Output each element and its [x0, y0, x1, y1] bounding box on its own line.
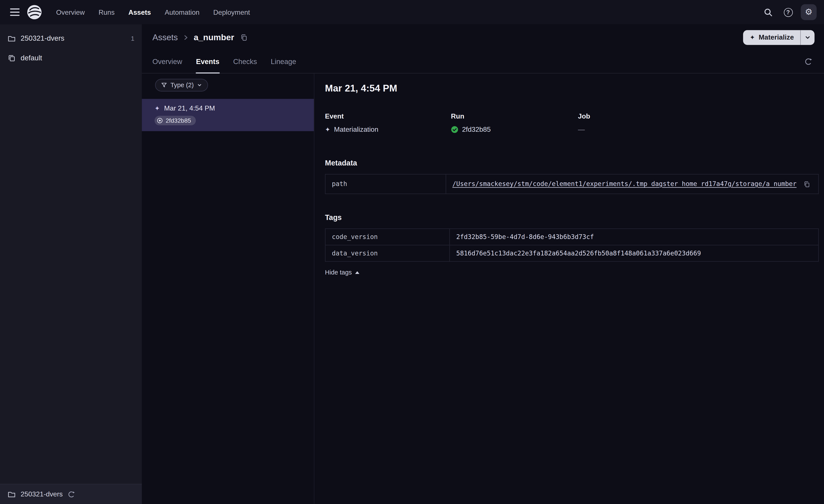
materialize-button-group: ✦ Materialize: [743, 30, 815, 44]
field-label: Run: [451, 112, 578, 120]
event-item-timestamp-row: ✦ Mar 21, 4:54 PM: [154, 104, 307, 112]
copy-asset-name-button[interactable]: [239, 32, 249, 43]
tab-lineage[interactable]: Lineage: [271, 50, 296, 73]
sidebar-footer[interactable]: 250321-dvers: [0, 484, 142, 504]
main-nav: Overview Runs Assets Automation Deployme…: [56, 8, 250, 16]
sidebar-footer-label: 250321-dvers: [21, 490, 63, 498]
dagster-logo-icon: [26, 4, 42, 20]
copy-icon: [240, 33, 248, 41]
page-header: Assets a_number ✦ Materi: [142, 24, 824, 50]
settings-button[interactable]: ⚙: [801, 4, 817, 20]
refresh-icon: [804, 57, 812, 66]
metadata-table: path /Users/smackesey/stm/code/element1/…: [325, 174, 819, 194]
sidebar-item-label: 250321-dvers: [21, 34, 64, 42]
table-row: code_version 2fd32b85-59be-4d7d-8d6e-943…: [325, 229, 818, 245]
field-event: Event ✦ Materialization: [325, 112, 451, 133]
chevron-down-icon: [197, 83, 202, 88]
search-button[interactable]: [760, 5, 775, 19]
run-id-text: 2fd32b85: [166, 117, 191, 124]
topnav-actions: ? ⚙: [760, 4, 817, 20]
asset-count-badge: 1: [131, 35, 134, 42]
metadata-heading: Metadata: [325, 158, 819, 167]
tag-key: data_version: [325, 245, 449, 261]
table-row: data_version 5816d76e51c13dac22e3fa182a6…: [325, 245, 818, 261]
filter-label: Type (2): [171, 81, 194, 89]
nav-automation[interactable]: Automation: [165, 8, 200, 16]
field-value: —: [578, 125, 819, 133]
materialization-icon: ✦: [154, 105, 160, 111]
filter-icon: [161, 82, 167, 88]
tags-heading: Tags: [325, 213, 819, 222]
tag-key: code_version: [325, 229, 449, 245]
refresh-button[interactable]: [801, 54, 816, 69]
field-job: Job —: [578, 112, 819, 133]
breadcrumb: Assets a_number: [152, 32, 249, 43]
asset-group-icon: [7, 54, 16, 62]
main-panel: Assets a_number ✦ Materi: [142, 24, 824, 504]
copy-path-button[interactable]: [801, 179, 812, 189]
folder-icon: [7, 34, 16, 43]
hamburger-icon: [10, 8, 19, 16]
chevron-down-icon: [805, 34, 811, 40]
field-label: Job: [578, 112, 819, 120]
tabs-bar: Overview Events Checks Lineage: [142, 50, 824, 74]
hide-tags-label: Hide tags: [325, 269, 352, 276]
nav-overview[interactable]: Overview: [56, 8, 85, 16]
run-link[interactable]: 2fd32b85: [462, 125, 491, 133]
event-detail-panel: Mar 21, 4:54 PM Event ✦ Materialization …: [314, 74, 824, 504]
sync-icon: [68, 490, 75, 498]
event-summary-fields: Event ✦ Materialization Run: [325, 112, 819, 133]
tab-overview[interactable]: Overview: [152, 50, 182, 73]
caret-up-icon: [355, 271, 359, 274]
run-status-icon: [157, 117, 163, 124]
tab-events[interactable]: Events: [196, 50, 219, 73]
page-title: a_number: [194, 32, 234, 42]
event-title: Mar 21, 4:54 PM: [325, 83, 819, 94]
table-row: path /Users/smackesey/stm/code/element1/…: [325, 174, 818, 194]
event-type-text: Materialization: [334, 125, 379, 133]
breadcrumb-assets-link[interactable]: Assets: [152, 32, 178, 42]
event-timestamp: Mar 21, 4:54 PM: [164, 104, 215, 112]
sidebar-item-code-location[interactable]: 250321-dvers 1: [0, 28, 142, 48]
field-value: 2fd32b85: [451, 125, 578, 133]
hide-tags-toggle[interactable]: Hide tags: [325, 269, 359, 276]
tab-checks[interactable]: Checks: [233, 50, 257, 73]
tag-value: 2fd32b85-59be-4d7d-8d6e-943b6b3d73cf: [450, 229, 819, 245]
materialize-button[interactable]: ✦ Materialize: [743, 30, 800, 44]
materialization-icon: ✦: [325, 126, 330, 132]
events-list-panel: Type (2) ✦ Mar 21, 4:54 PM: [142, 74, 314, 504]
sidebar-item-label: default: [21, 54, 42, 62]
chevron-right-icon: [183, 34, 189, 40]
content-area: Type (2) ✦ Mar 21, 4:54 PM: [142, 74, 824, 504]
metadata-path-link[interactable]: /Users/smackesey/stm/code/element1/exper…: [452, 180, 797, 188]
hamburger-menu-button[interactable]: [7, 5, 22, 19]
nav-deployment[interactable]: Deployment: [213, 8, 250, 16]
help-button[interactable]: ?: [781, 5, 796, 19]
field-run: Run 2fd32b85: [451, 112, 578, 133]
tag-value: 5816d76e51c13dac22e3fa182a654aa2d526fb50…: [450, 245, 819, 261]
job-value-text: —: [578, 125, 585, 133]
event-list-item[interactable]: ✦ Mar 21, 4:54 PM 2fd32b85: [142, 99, 314, 131]
materialize-label: Materialize: [758, 33, 794, 41]
type-filter-chip[interactable]: Type (2): [155, 79, 208, 92]
gear-icon: ⚙: [805, 8, 813, 16]
nav-runs[interactable]: Runs: [99, 8, 114, 16]
copy-icon: [803, 180, 810, 187]
sidebar-item-default-group[interactable]: default: [0, 48, 142, 68]
top-navigation: Overview Runs Assets Automation Deployme…: [0, 0, 824, 24]
materialize-icon: ✦: [750, 34, 755, 40]
metadata-key: path: [325, 174, 446, 194]
sidebar: 250321-dvers 1 default 250321-dvers: [0, 24, 142, 504]
search-icon: [763, 8, 772, 17]
field-value: ✦ Materialization: [325, 125, 451, 133]
success-check-icon: [451, 126, 458, 133]
field-label: Event: [325, 112, 451, 120]
nav-assets[interactable]: Assets: [128, 8, 151, 16]
folder-icon: [7, 490, 16, 498]
help-icon: ?: [784, 8, 793, 17]
run-id-pill: 2fd32b85: [154, 116, 196, 125]
dagster-logo[interactable]: [26, 4, 42, 20]
materialize-dropdown-button[interactable]: [801, 30, 815, 44]
tabs: Overview Events Checks Lineage: [152, 50, 296, 73]
dagster-app: Overview Runs Assets Automation Deployme…: [0, 0, 824, 504]
